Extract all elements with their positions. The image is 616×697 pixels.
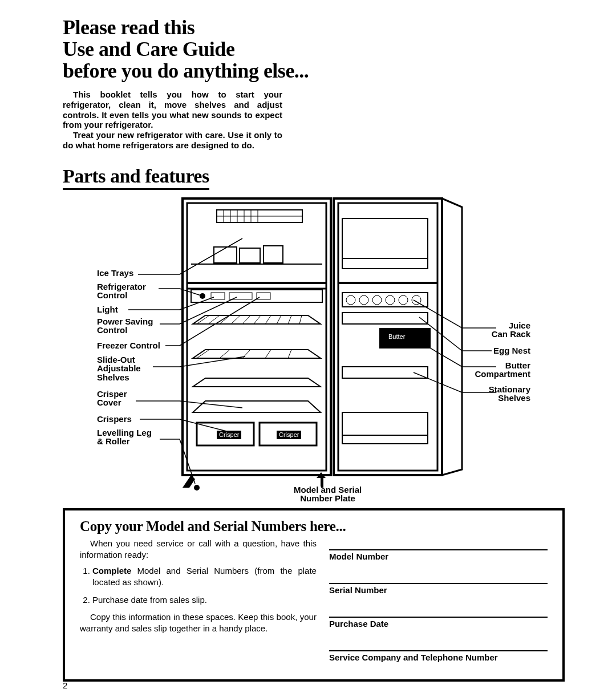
serial-number-label: Serial Number xyxy=(329,585,548,595)
callout-refrigerator-control: Refrigerator Control xyxy=(97,282,146,301)
svg-line-25 xyxy=(277,315,281,324)
serial-number-line[interactable] xyxy=(329,572,548,584)
callout-egg-nest: Egg Nest xyxy=(493,346,530,355)
svg-point-35 xyxy=(194,485,200,491)
callout-ice-trays: Ice Trays xyxy=(97,269,133,278)
svg-rect-16 xyxy=(229,293,252,299)
model-serial-info-box: Copy your Model and Serial Numbers here.… xyxy=(63,508,565,682)
info-outro: Copy this information in these spaces. K… xyxy=(80,611,317,635)
info-box-right-column: Model Number Serial Number Purchase Date… xyxy=(329,538,548,662)
model-number-line[interactable] xyxy=(329,538,548,550)
info-list-item-1: Complete Model and Serial Numbers (from … xyxy=(92,565,317,589)
svg-line-32 xyxy=(288,350,291,358)
info-list-item-2: Purchase date from sales slip. xyxy=(92,594,317,606)
info-intro: When you need service or call with a que… xyxy=(80,538,317,561)
fridge-illustration-svg xyxy=(97,196,530,504)
refrigerator-diagram: Ice Trays Refrigerator Control Light Pow… xyxy=(97,196,530,504)
svg-point-43 xyxy=(372,295,382,305)
svg-line-29 xyxy=(220,350,230,358)
callout-freezer-control: Freezer Control xyxy=(97,341,160,350)
callout-light: Light xyxy=(97,305,118,314)
callout-crisper-cover: Crisper Cover xyxy=(97,390,127,408)
callout-power-saving-control: Power Saving Control xyxy=(97,317,153,335)
service-company-label: Service Company and Telephone Number xyxy=(329,653,548,662)
callout-stationary-shelves: Stationary Shelves xyxy=(489,385,530,403)
svg-point-44 xyxy=(386,295,395,305)
svg-rect-0 xyxy=(183,198,331,475)
svg-rect-15 xyxy=(211,293,225,299)
svg-line-27 xyxy=(299,315,302,324)
svg-point-42 xyxy=(359,295,368,305)
purchase-date-line[interactable] xyxy=(329,605,548,618)
callout-slide-out-shelves: Slide-Out Adjustable Shelves xyxy=(97,355,141,382)
svg-rect-1 xyxy=(187,203,326,471)
intro-paragraph-1: This booklet tells you how to start your… xyxy=(63,90,282,130)
service-company-line[interactable] xyxy=(329,639,548,651)
svg-point-41 xyxy=(346,295,355,305)
intro-paragraph-2: Treat your new refrigerator with care. U… xyxy=(63,130,282,150)
inset-label-crisper2: Crisper xyxy=(277,431,301,439)
svg-line-20 xyxy=(220,315,230,324)
svg-line-26 xyxy=(288,315,291,324)
svg-point-45 xyxy=(399,295,408,305)
purchase-date-label: Purchase Date xyxy=(329,619,548,629)
inset-label-butter: Butter xyxy=(386,333,407,341)
callout-juice-can-rack: Juice Can Rack xyxy=(492,321,530,339)
model-number-label: Model Number xyxy=(329,552,548,561)
info-box-heading: Copy your Model and Serial Numbers here.… xyxy=(80,518,548,534)
callout-model-serial-plate: Model and Serial Number Plate xyxy=(294,485,362,504)
svg-rect-17 xyxy=(257,293,270,299)
inset-label-crisper1: Crisper xyxy=(217,431,241,439)
intro-text: This booklet tells you how to start your… xyxy=(63,90,282,150)
svg-line-21 xyxy=(231,315,240,324)
svg-line-24 xyxy=(265,315,271,324)
svg-line-23 xyxy=(254,315,261,324)
page-title: Please read this Use and Care Guide befo… xyxy=(63,17,565,82)
callout-butter-compartment: Butter Compartment xyxy=(475,361,530,379)
page-number: 2 xyxy=(63,680,67,690)
info-item1-bold: Complete xyxy=(92,566,131,576)
callout-levelling-leg: Levelling Leg & Roller xyxy=(97,428,152,447)
info-box-left-column: When you need service or call with a que… xyxy=(80,538,317,662)
section-heading-parts: Parts and features xyxy=(63,165,209,190)
svg-line-22 xyxy=(242,315,250,324)
callout-crispers: Crispers xyxy=(97,415,132,424)
svg-line-31 xyxy=(265,350,271,358)
